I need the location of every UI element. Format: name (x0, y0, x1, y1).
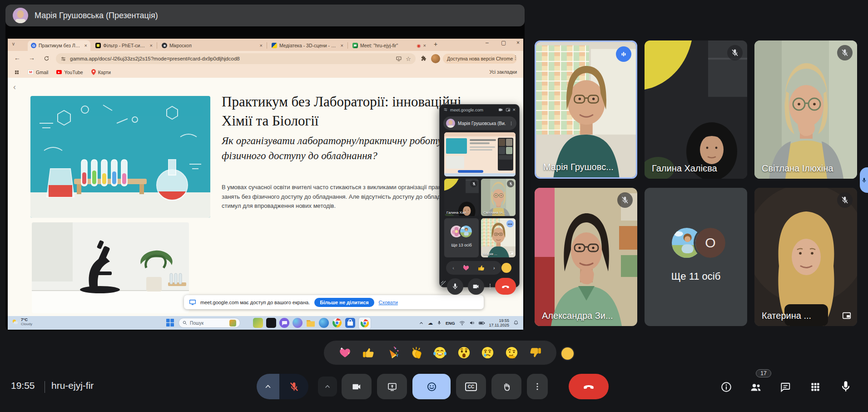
site-settings-icon[interactable] (60, 56, 66, 62)
window-maximize-button[interactable]: ▢ (501, 40, 506, 46)
reactions-prev-icon[interactable]: ‹ (452, 265, 454, 271)
pip-more-button[interactable] (487, 281, 493, 291)
tab-close-icon[interactable]: × (423, 43, 426, 48)
chrome-update-badge[interactable]: Доступна нова версія Chrome (443, 54, 517, 64)
reactions-next-icon[interactable]: › (493, 265, 495, 271)
taskbar-photos-app[interactable] (253, 318, 263, 328)
bookmark-star-icon[interactable]: ☆ (406, 55, 411, 62)
save-page-icon[interactable] (396, 55, 402, 62)
all-bookmarks-button[interactable]: Усі закладки (490, 69, 517, 75)
pip-camera-button[interactable] (468, 278, 484, 295)
bookmark-apps-icon[interactable] (14, 70, 20, 75)
reload-button[interactable] (43, 55, 50, 62)
joy-face-reaction[interactable] (432, 345, 447, 360)
bookmark-youtube[interactable]: YouTube (56, 70, 83, 75)
taskbar-chat-app[interactable] (279, 318, 289, 328)
taskbar-clock[interactable]: 19:55 17.11.2025 (489, 318, 509, 327)
pip-participant-galyna[interactable]: Галина Хал... (444, 179, 479, 216)
battery-icon[interactable] (479, 321, 485, 326)
pip-menu-icon[interactable] (509, 121, 514, 126)
activities-button[interactable] (809, 381, 821, 393)
thumbs-up-reaction[interactable] (477, 264, 486, 272)
start-button[interactable] (166, 319, 174, 327)
present-button[interactable] (377, 374, 407, 399)
pip-self-pill[interactable]: Марія Грушовська (Ви... (443, 116, 516, 130)
pip-camera-icon[interactable] (498, 107, 503, 112)
tile-maria[interactable]: Марія Грушовс... (535, 40, 637, 179)
captions-button[interactable]: CC (456, 374, 486, 399)
onedrive-icon[interactable]: ☁ (428, 320, 433, 326)
pip-resize-handle[interactable] (441, 281, 446, 286)
stop-sharing-button[interactable]: Більше не ділитися (314, 298, 374, 307)
tile-galyna[interactable]: Галина Халієва (645, 40, 747, 179)
sparkling-heart-reaction[interactable] (337, 345, 352, 360)
tab-close-icon[interactable]: × (150, 43, 153, 48)
taskbar-chrome-active-app[interactable] (358, 317, 371, 330)
tab-close-icon[interactable]: × (260, 43, 263, 48)
camera-options-chevron[interactable] (318, 377, 337, 397)
taskbar-explorer-app[interactable] (306, 318, 316, 328)
extensions-icon[interactable] (420, 55, 427, 62)
notifications-bell-icon[interactable] (513, 320, 519, 326)
camera-button[interactable] (342, 374, 372, 399)
taskbar-edge-app[interactable] (319, 318, 329, 328)
tab-phet[interactable]: Фільтр - PhET-симуляції × (92, 40, 156, 51)
taskbar-store-app[interactable] (345, 318, 355, 328)
taskbar-search-box[interactable]: Пошук (179, 318, 240, 328)
tile-svitlana[interactable]: Світлана Ілюхіна (754, 40, 857, 179)
address-bar[interactable]: gamma.app/docs/-l26uj33zs2j2s15?mode=pre… (56, 53, 416, 64)
tab-close-icon[interactable]: × (84, 43, 87, 48)
pip-end-call-button[interactable] (495, 278, 516, 295)
window-minimize-button[interactable]: – (486, 40, 489, 46)
back-button[interactable]: ← (14, 54, 20, 61)
tile-more-people[interactable]: О Ще 11 осіб (645, 188, 747, 326)
pip-open-icon[interactable] (842, 311, 852, 321)
profile-avatar[interactable] (431, 54, 440, 63)
party-popper-reaction[interactable] (385, 345, 400, 360)
tab-search-chevron-icon[interactable]: v (12, 41, 15, 46)
wifi-icon[interactable] (459, 321, 465, 326)
tray-mic-icon[interactable] (437, 320, 441, 326)
slide-back-button[interactable]: ‹ (13, 82, 16, 92)
tab-gamma[interactable]: G Практикум без Лабораторії: ін × (28, 40, 90, 51)
crying-face-reaction[interactable] (480, 345, 495, 360)
pip-more-people-tile[interactable]: Ще 13 осіб (444, 218, 479, 257)
thumbs-down-reaction[interactable] (528, 345, 543, 360)
forward-button[interactable]: → (29, 54, 35, 61)
window-close-button[interactable]: × (516, 40, 520, 46)
tab-close-icon[interactable]: × (341, 43, 343, 48)
pip-meet-window[interactable]: meet.google.com × Марія Грушовська (Ви..… (439, 104, 520, 287)
tab-microscope[interactable]: Мікроскоп × (159, 40, 266, 51)
skin-tone-selector[interactable] (560, 347, 575, 361)
pip-open-icon[interactable] (509, 251, 514, 256)
clapping-hands-reaction[interactable] (409, 345, 424, 360)
pip-mic-button[interactable] (447, 278, 463, 295)
hide-notice-link[interactable]: Сховати (379, 300, 398, 305)
language-indicator[interactable]: ENG (446, 321, 455, 326)
astonished-face-reaction[interactable] (456, 345, 471, 360)
pip-title-bar[interactable]: meet.google.com × (440, 105, 519, 115)
bookmark-gmail[interactable]: M Gmail (28, 70, 48, 75)
tile-oleksandra[interactable]: Александра Зи... (535, 188, 637, 326)
new-tab-button[interactable]: + (434, 40, 437, 48)
pip-self-video-tile[interactable]: ••• Марія ... (481, 218, 516, 257)
edge-mic-pill[interactable] (860, 167, 868, 193)
more-options-button[interactable] (527, 374, 548, 399)
meeting-info-button[interactable] (720, 381, 732, 393)
end-call-button[interactable] (569, 374, 609, 399)
pip-close-icon[interactable]: × (513, 107, 516, 112)
sparkling-heart-reaction[interactable] (462, 264, 470, 272)
thumbs-up-reaction[interactable] (361, 345, 376, 360)
pip-participant-svitlana[interactable]: Світлана Іл... (481, 179, 516, 216)
tab-meet[interactable]: Meet: "hru-ejyj-fir" ◉ × (349, 40, 429, 51)
pip-skin-tone-selector[interactable] (501, 263, 511, 273)
thinking-face-reaction[interactable] (504, 345, 519, 360)
tray-expand-icon[interactable] (419, 321, 424, 326)
taskbar-copilot-app[interactable] (293, 318, 303, 328)
pip-shared-screen-thumb[interactable] (444, 132, 516, 176)
mic-options-chevron[interactable] (257, 374, 279, 399)
bookmark-maps[interactable]: Карти (91, 69, 111, 75)
volume-icon[interactable] (469, 320, 475, 326)
taskbar-chrome-app[interactable] (332, 318, 342, 328)
tile-kateryna[interactable]: Катерина ... (754, 188, 857, 326)
